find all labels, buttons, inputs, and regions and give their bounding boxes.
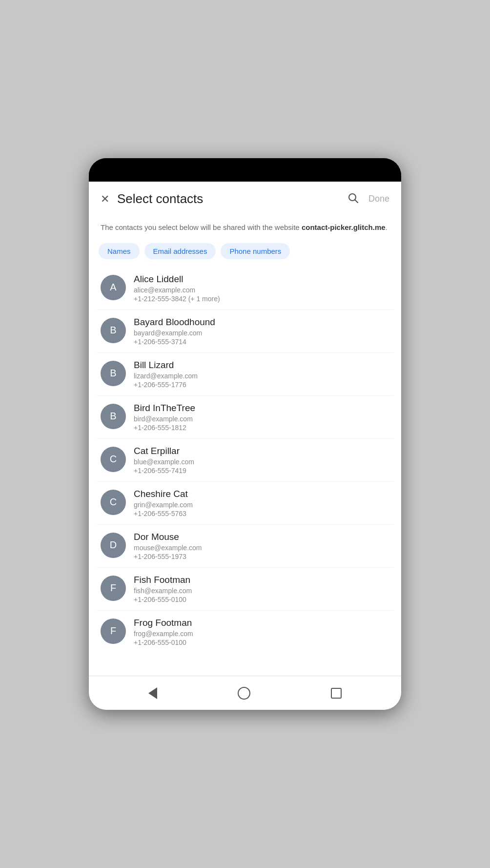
avatar: F [101,576,126,601]
contact-email: alice@example.com [134,286,389,294]
contact-info: Alice Liddellalice@example.com+1-212-555… [134,274,389,303]
contact-phone: +1-206-555-7419 [134,467,389,475]
avatar: D [101,533,126,558]
contact-name: Cat Erpillar [134,446,389,456]
contact-email: blue@example.com [134,458,389,466]
contact-name: Alice Liddell [134,274,389,285]
contact-item[interactable]: DDor Mousemouse@example.com+1-206-555-19… [97,525,393,568]
page-title: Select contacts [117,191,347,207]
contact-email: bird@example.com [134,415,389,423]
subtitle-text: The contacts you select below will be sh… [89,216,401,243]
navigation-bar [89,676,401,710]
recents-button[interactable] [331,688,342,699]
contact-email: mouse@example.com [134,544,389,552]
contact-item[interactable]: BBayard Bloodhoundbayard@example.com+1-2… [97,310,393,353]
contact-name: Fish Footman [134,575,389,585]
contact-phone: +1-206-555-1812 [134,424,389,432]
contact-info: Bill Lizardlizard@example.com+1-206-555-… [134,360,389,389]
contacts-list: AAlice Liddellalice@example.com+1-212-55… [89,267,401,676]
contact-info: Cheshire Catgrin@example.com+1-206-555-5… [134,489,389,517]
back-icon [148,687,157,699]
contact-email: frog@example.com [134,630,389,638]
contact-phone: +1-206-555-5763 [134,510,389,517]
search-icon[interactable] [347,192,359,207]
contact-email: bayard@example.com [134,329,389,337]
home-button[interactable] [238,687,250,700]
contact-info: Frog Footmanfrog@example.com+1-206-555-0… [134,618,389,646]
avatar: B [101,404,126,429]
close-button[interactable]: ✕ [101,194,109,205]
avatar: C [101,447,126,472]
avatar: F [101,619,126,644]
subtitle-before: The contacts you select below will be sh… [101,223,302,231]
contact-name: Frog Footman [134,618,389,628]
header: ✕ Select contacts Done [89,182,401,216]
contact-info: Fish Footmanfish@example.com+1-206-555-0… [134,575,389,603]
home-icon [238,687,250,700]
svg-line-1 [355,200,358,203]
filter-tab-phone-numbers[interactable]: Phone numbers [221,243,290,259]
website-name: contact-picker.glitch.me [302,223,386,231]
recents-icon [331,688,342,699]
contact-item[interactable]: AAlice Liddellalice@example.com+1-212-55… [97,267,393,310]
contact-name: Bayard Bloodhound [134,317,389,328]
contact-phone: +1-206-555-3714 [134,338,389,346]
contact-item[interactable]: BBird InTheTreebird@example.com+1-206-55… [97,396,393,439]
contact-phone: +1-206-555-0100 [134,639,389,646]
contact-info: Bird InTheTreebird@example.com+1-206-555… [134,403,389,432]
avatar: B [101,318,126,343]
contact-item[interactable]: BBill Lizardlizard@example.com+1-206-555… [97,353,393,396]
contact-phone: +1-206-555-1973 [134,553,389,560]
contact-item[interactable]: CCat Erpillarblue@example.com+1-206-555-… [97,439,393,482]
back-button[interactable] [148,687,157,699]
contact-email: lizard@example.com [134,372,389,380]
filter-tabs: NamesEmail addressesPhone numbers [89,243,401,267]
contact-email: fish@example.com [134,587,389,595]
contact-info: Bayard Bloodhoundbayard@example.com+1-20… [134,317,389,346]
contact-name: Cheshire Cat [134,489,389,499]
contact-name: Dor Mouse [134,532,389,542]
filter-tab-names[interactable]: Names [99,243,140,259]
contact-name: Bill Lizard [134,360,389,371]
contact-phone: +1-206-555-1776 [134,381,389,389]
status-bar [89,158,401,182]
contact-item[interactable]: CCheshire Catgrin@example.com+1-206-555-… [97,482,393,525]
filter-tab-email-addresses[interactable]: Email addresses [144,243,216,259]
avatar: B [101,361,126,386]
avatar: C [101,490,126,515]
contact-email: grin@example.com [134,501,389,509]
avatar: A [101,275,126,300]
contact-info: Cat Erpillarblue@example.com+1-206-555-7… [134,446,389,475]
contact-phone: +1-212-555-3842 (+ 1 more) [134,295,389,303]
contact-info: Dor Mousemouse@example.com+1-206-555-197… [134,532,389,560]
device-frame: ✕ Select contacts Done The contacts you … [89,158,401,710]
contact-phone: +1-206-555-0100 [134,596,389,603]
contact-name: Bird InTheTree [134,403,389,413]
screen: ✕ Select contacts Done The contacts you … [89,182,401,710]
contact-item[interactable]: FFish Footmanfish@example.com+1-206-555-… [97,568,393,611]
done-button[interactable]: Done [368,194,389,204]
contact-item[interactable]: FFrog Footmanfrog@example.com+1-206-555-… [97,611,393,653]
subtitle-after: . [386,223,388,231]
